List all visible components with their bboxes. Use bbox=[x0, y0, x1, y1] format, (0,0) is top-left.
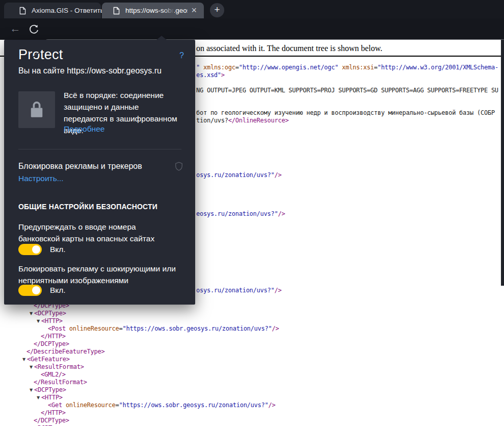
details-link[interactable]: Подробнее bbox=[64, 124, 104, 134]
browser-window: Axioma.GIS - Ответить https://ows-sobr.g… bbox=[0, 0, 504, 426]
xml-token-tag: <HTTP> bbox=[41, 317, 63, 324]
xml-line: osys.ru/zonation/uvs?"/> bbox=[196, 287, 281, 294]
tree-expander-icon[interactable]: ▼ bbox=[37, 317, 41, 325]
xml-line: ▼<GetFeature> bbox=[22, 356, 70, 363]
tree-expander-icon[interactable]: ▼ bbox=[30, 386, 34, 394]
xml-token-tag: <Get bbox=[48, 402, 66, 409]
xml-line: ▼<DCPType> bbox=[30, 310, 66, 317]
xml-token-tag: /> bbox=[274, 287, 281, 294]
divider bbox=[18, 149, 181, 149]
configure-link[interactable]: Настроить... bbox=[18, 174, 64, 183]
adblock-title: Блокировка рекламы и трекеров bbox=[18, 162, 142, 171]
xml-token-text: = bbox=[374, 64, 378, 71]
xml-line: NG OUTPUT=JPEG OUTPUT=KML SUPPORTS=PROJ … bbox=[196, 87, 498, 94]
xml-token-tag: /> bbox=[274, 171, 281, 179]
shocking-ads-toggle-row: Вкл. bbox=[18, 285, 66, 296]
xml-token-tag: <GML2/> bbox=[41, 371, 66, 378]
xml-token-tag: <HTTP> bbox=[41, 394, 63, 401]
xml-token-tag: /> bbox=[268, 402, 275, 409]
help-icon[interactable]: ? bbox=[179, 51, 184, 60]
xml-line: </HTTP> bbox=[41, 409, 66, 417]
xml-token-text: бот по геологическому изучению недр и во… bbox=[196, 109, 495, 116]
xml-token-text: = bbox=[119, 325, 123, 332]
xml-token-tag: </DCPType> bbox=[34, 417, 69, 424]
xml-line: </DCPType> bbox=[34, 340, 69, 348]
toolbar: ← https://ows-sobr.geosys.ru/zonation/uv… bbox=[0, 18, 504, 40]
protect-logo: Protect bbox=[18, 47, 63, 63]
connection-status-tile bbox=[18, 91, 55, 128]
xml-token-text: = bbox=[116, 402, 119, 409]
xml-token-tag: </DCPType> bbox=[34, 340, 69, 347]
xml-token-attr: xmlns:ogc bbox=[203, 64, 235, 71]
popup-anchor-arrow bbox=[156, 36, 167, 40]
xml-token-text: tion/uvs? bbox=[196, 117, 228, 124]
xml-token-tag: /> bbox=[278, 210, 285, 217]
back-button[interactable]: ← bbox=[9, 22, 21, 35]
xml-token-text: = bbox=[235, 64, 239, 71]
xml-token-tag: </ResultFormat> bbox=[34, 379, 87, 386]
xml-token-text: NG OUTPUT=JPEG OUTPUT=KML SUPPORTS=PROJ … bbox=[196, 87, 498, 94]
xml-line: osys.ru/zonation/uvs?"/> bbox=[196, 171, 281, 179]
xml-token-attr: onlineResource bbox=[66, 402, 116, 409]
xml-line: es.xsd"> bbox=[196, 71, 225, 79]
reload-button[interactable] bbox=[29, 23, 39, 34]
xml-token-tag: /> bbox=[272, 325, 279, 332]
xml-token-tag: </DescribeFeatureType> bbox=[26, 348, 104, 355]
xml-token-attr: onlineResource bbox=[69, 325, 119, 332]
lock-icon bbox=[28, 100, 45, 119]
toggle-state-label: Вкл. bbox=[50, 245, 66, 254]
xml-line: " xmlns:ogc="http://www.opengis.net/ogc"… bbox=[196, 64, 498, 71]
xml-token-tag: > bbox=[221, 71, 225, 79]
xml-line: </DescribeFeatureType> bbox=[26, 348, 104, 356]
protect-popup: Protect ? Вы на сайте https://ows-sobr.g… bbox=[4, 40, 195, 305]
xml-line: </HTTP> bbox=[41, 333, 66, 340]
tree-expander-icon[interactable]: ▼ bbox=[22, 356, 27, 363]
xml-token-tag: </HTTP> bbox=[41, 409, 66, 416]
scrollbar[interactable] bbox=[501, 40, 504, 286]
xml-token-val: "https://ows.sobr.geosys.ru/zonation/uvs… bbox=[119, 402, 269, 409]
xml-token-tag: <ResultFormat> bbox=[34, 363, 84, 370]
xml-line: <Post onlineResource="https://ows.sobr.g… bbox=[48, 325, 279, 333]
tab-title: Axioma.GIS - Ответить bbox=[32, 7, 104, 14]
xml-line: <GML2/> bbox=[41, 371, 66, 379]
tab-title-fade bbox=[163, 7, 174, 16]
toggle-description: Блокировать рекламу с шокирующими или не… bbox=[18, 263, 176, 286]
xml-line: ▼<HTTP> bbox=[37, 394, 63, 402]
security-settings-header: ОБЩИЕ НАСТРОЙКИ БЕЗОПАСНОСТИ bbox=[18, 203, 157, 211]
xml-line: tion/uvs?</OnlineResource> bbox=[196, 117, 288, 124]
tree-expander-icon[interactable]: ▼ bbox=[30, 363, 34, 371]
tree-expander-icon[interactable]: ▼ bbox=[37, 394, 41, 402]
xml-line: eosys.ru/zonation/uvs?"/> bbox=[196, 210, 285, 218]
xml-line: ▼<HTTP> bbox=[37, 317, 63, 325]
toggle-switch[interactable] bbox=[18, 244, 42, 255]
xml-token-val: "http://www.w3.org/2001/XMLSchema- bbox=[378, 64, 498, 71]
new-tab-button[interactable]: + bbox=[210, 3, 224, 17]
toggle-switch[interactable] bbox=[18, 285, 42, 296]
xml-token-val: es.xsd" bbox=[196, 71, 221, 79]
tab-title: https://ows-sobr.geosys bbox=[125, 7, 188, 14]
tab-axioma[interactable]: Axioma.GIS - Ответить bbox=[4, 3, 101, 18]
xml-line: </ResultFormat> bbox=[34, 379, 87, 386]
xml-token-val: osys.ru/zonation/uvs?" bbox=[196, 171, 274, 179]
xml-token-tag: </HTTP> bbox=[41, 333, 66, 340]
toggle-knob bbox=[32, 245, 40, 254]
xml-token-val: "http://www.opengis.net/ogc" bbox=[239, 64, 338, 71]
tree-expander-icon[interactable]: ▼ bbox=[30, 310, 34, 317]
xml-line: </DCPType> bbox=[34, 417, 69, 424]
xml-token-val: eosys.ru/zonation/uvs?" bbox=[196, 210, 278, 217]
xml-line: <Get onlineResource="https://ows.sobr.ge… bbox=[48, 402, 275, 409]
xml-token-attr: xmlns:xsi bbox=[342, 64, 374, 71]
card-warning-toggle-row: Вкл. bbox=[18, 244, 66, 255]
toggle-description: Предупреждать о вводе номера банковской … bbox=[18, 221, 176, 244]
close-tab-icon[interactable]: × bbox=[191, 5, 197, 16]
toggle-state-label: Вкл. bbox=[50, 286, 66, 295]
page-icon bbox=[113, 7, 120, 15]
toggle-knob bbox=[32, 286, 40, 294]
xml-token-tag: <DCPType> bbox=[34, 386, 66, 393]
xml-token-tag: <GetFeature> bbox=[27, 356, 70, 363]
xml-token-text bbox=[338, 64, 342, 71]
xml-token-tag: <Post bbox=[48, 325, 69, 332]
xml-token-tag: <DCPType> bbox=[34, 310, 66, 317]
tab-current[interactable]: https://ows-sobr.geosys × bbox=[102, 3, 204, 18]
xml-line: ▼<DCPType> bbox=[30, 386, 66, 394]
